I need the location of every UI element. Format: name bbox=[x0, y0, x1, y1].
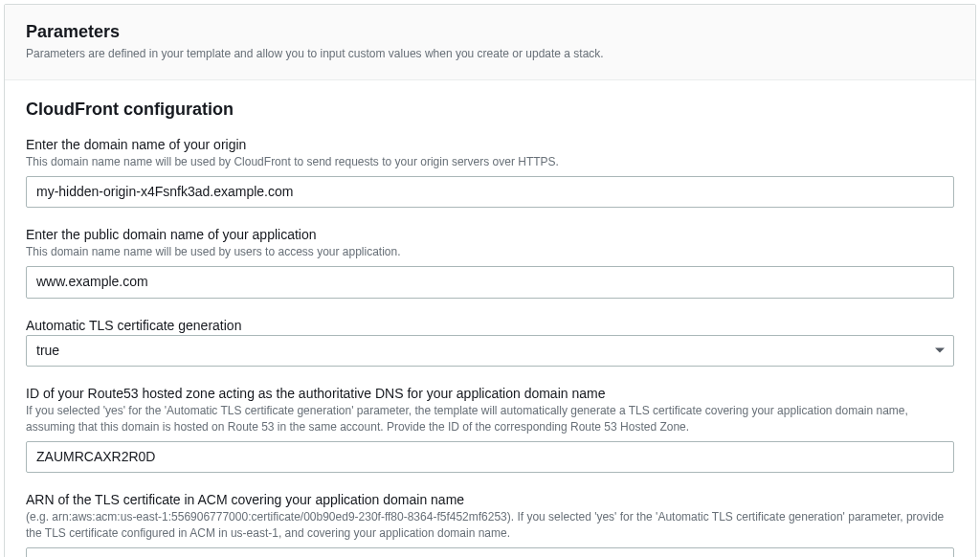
field-description: This domain name name will be used by Cl… bbox=[26, 154, 954, 170]
field-label: Automatic TLS certificate generation bbox=[26, 318, 954, 333]
parameters-panel: Parameters Parameters are defined in you… bbox=[4, 4, 976, 557]
field-label: Enter the domain name of your origin bbox=[26, 137, 954, 152]
field-auto-tls: Automatic TLS certificate generation tru… bbox=[26, 318, 954, 368]
select-wrapper: true bbox=[26, 335, 954, 368]
field-origin-domain: Enter the domain name of your origin Thi… bbox=[26, 137, 954, 208]
panel-header: Parameters Parameters are defined in you… bbox=[5, 5, 975, 80]
panel-title: Parameters bbox=[26, 22, 954, 42]
panel-content: CloudFront configuration Enter the domai… bbox=[5, 80, 975, 557]
field-tls-arn: ARN of the TLS certificate in ACM coveri… bbox=[26, 492, 954, 557]
field-description: This domain name name will be used by us… bbox=[26, 244, 954, 260]
field-route53-zone: ID of your Route53 hosted zone acting as… bbox=[26, 386, 954, 473]
panel-subtitle: Parameters are defined in your template … bbox=[26, 46, 954, 62]
field-description: If you selected 'yes' for the 'Automatic… bbox=[26, 403, 954, 435]
field-label: ARN of the TLS certificate in ACM coveri… bbox=[26, 492, 954, 507]
auto-tls-select[interactable]: true bbox=[26, 335, 954, 368]
tls-arn-input[interactable] bbox=[26, 547, 954, 557]
field-label: Enter the public domain name of your app… bbox=[26, 227, 954, 242]
field-label: ID of your Route53 hosted zone acting as… bbox=[26, 386, 954, 401]
route53-zone-input[interactable] bbox=[26, 441, 954, 474]
section-title: CloudFront configuration bbox=[26, 100, 954, 120]
field-description: (e.g. arn:aws:acm:us-east-1:556906777000… bbox=[26, 509, 954, 542]
public-domain-input[interactable] bbox=[26, 266, 954, 299]
field-public-domain: Enter the public domain name of your app… bbox=[26, 227, 954, 298]
origin-domain-input[interactable] bbox=[26, 176, 954, 209]
